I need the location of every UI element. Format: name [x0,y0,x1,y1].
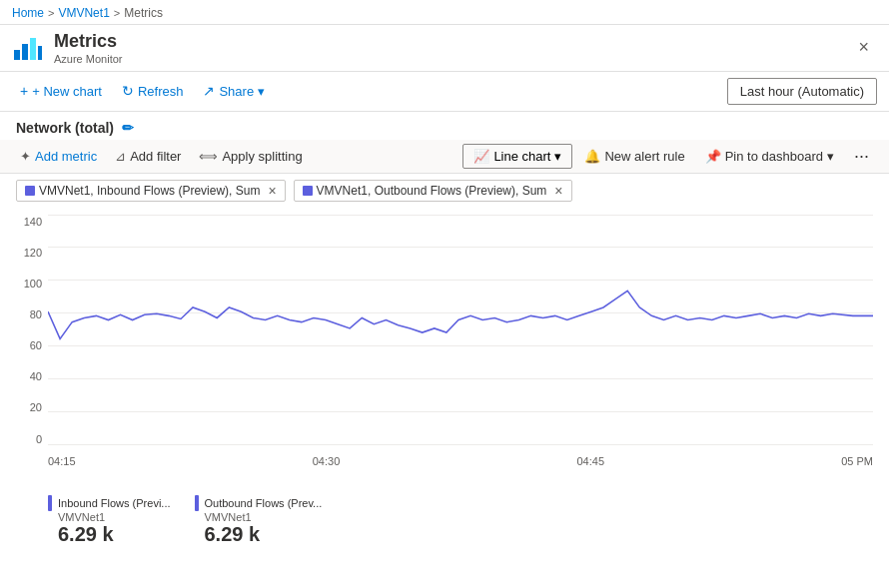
add-metric-icon: ✦ [20,149,31,164]
apply-splitting-label: Apply splitting [222,149,302,164]
add-filter-button[interactable]: ⊿ Add filter [107,144,189,169]
filter-icon: ⊿ [115,149,126,164]
tag-outbound: VMVNet1, Outbound Flows (Preview), Sum × [294,180,572,202]
legend-inbound-label-row: Inbound Flows (Previ... [48,495,171,511]
tag-inbound-color [25,186,35,196]
tag-outbound-color [303,186,313,196]
tags-row: VMVNet1, Inbound Flows (Preview), Sum × … [0,174,889,208]
plus-icon: + [20,83,28,99]
sep2: > [114,7,120,19]
legend-outbound-name: Outbound Flows (Prev... [205,497,323,509]
chart-title: Network (total) [16,120,114,136]
y-label-100: 100 [16,278,46,290]
y-label-80: 80 [16,308,46,320]
share-chevron: ▾ [258,84,265,99]
refresh-label: Refresh [138,84,184,99]
svg-rect-0 [14,50,20,60]
legend-inbound: Inbound Flows (Previ... VMVNet1 6.29 k [48,495,171,546]
add-filter-label: Add filter [130,149,181,164]
header-text: Metrics Azure Monitor [54,31,122,65]
header-left: Metrics Azure Monitor [12,31,122,65]
metric-toolbar-right: 📈 Line chart ▾ 🔔 New alert rule 📌 Pin to… [462,144,877,169]
x-axis: 04:15 04:30 04:45 05 PM [48,455,873,475]
line-chart-button[interactable]: 📈 Line chart ▾ [462,144,572,169]
main-toolbar: + + New chart ↻ Refresh ↗ Share ▾ Last h… [0,72,889,112]
legend-outbound-sublabel: VMVNet1 [195,511,323,523]
chart-line [48,291,873,338]
svg-rect-3 [38,46,42,60]
apply-splitting-button[interactable]: ⟺ Apply splitting [191,144,310,169]
x-label-05pm: 05 PM [841,455,873,475]
alert-icon: 🔔 [584,149,600,164]
pin-chevron: ▾ [827,149,834,164]
legend-inbound-sublabel: VMVNet1 [48,511,171,523]
share-label: Share [219,84,254,99]
sep1: > [48,7,54,19]
breadcrumb-resource[interactable]: VMVNet1 [58,6,109,20]
metrics-icon [12,32,44,64]
close-button[interactable]: × [850,33,877,62]
y-label-0: 0 [16,433,46,445]
page-header: Metrics Azure Monitor × [0,25,889,72]
line-chart-label: Line chart [493,149,550,164]
legend-outbound-label-row: Outbound Flows (Prev... [195,495,323,511]
legend: Inbound Flows (Previ... VMVNet1 6.29 k O… [0,487,889,550]
tag-outbound-text: VMVNet1, Outbound Flows (Preview), Sum [317,184,547,198]
pin-dashboard-label: Pin to dashboard [725,149,823,164]
new-alert-button[interactable]: 🔔 New alert rule [576,144,692,169]
breadcrumb-home[interactable]: Home [12,6,44,20]
pin-icon: 📌 [705,149,721,164]
y-label-140: 140 [16,216,46,228]
y-label-120: 120 [16,247,46,259]
breadcrumb-current: Metrics [124,6,163,20]
y-axis: 0 20 40 60 80 100 120 140 [16,216,46,445]
x-label-0445: 04:45 [576,455,604,475]
share-button[interactable]: ↗ Share ▾ [195,79,273,103]
tag-inbound-close[interactable]: × [264,184,276,198]
new-chart-button[interactable]: + + New chart [12,79,110,103]
tag-inbound: VMVNet1, Inbound Flows (Preview), Sum × [16,180,286,202]
line-chart-icon: 📈 [473,149,489,164]
x-label-0430: 04:30 [313,455,341,475]
x-label-0415: 04:15 [48,455,76,475]
add-metric-label: Add metric [35,149,97,164]
chart-area: 0 20 40 60 80 100 120 140 [0,208,889,487]
legend-outbound: Outbound Flows (Prev... VMVNet1 6.29 k [195,495,323,546]
legend-outbound-color [195,495,199,511]
more-options-button[interactable]: ··· [846,144,877,169]
svg-rect-2 [30,38,36,60]
chart-svg [48,216,873,445]
pin-dashboard-button[interactable]: 📌 Pin to dashboard ▾ [697,144,842,169]
y-label-20: 20 [16,401,46,413]
chart-container: 0 20 40 60 80 100 120 140 [16,216,873,475]
legend-inbound-value: 6.29 k [48,523,171,546]
page-subtitle: Azure Monitor [54,53,122,65]
chart-inner [48,216,873,445]
legend-inbound-name: Inbound Flows (Previ... [58,497,171,509]
tag-inbound-text: VMVNet1, Inbound Flows (Preview), Sum [39,184,260,198]
y-label-40: 40 [16,370,46,382]
breadcrumb-bar: Home > VMVNet1 > Metrics [0,0,889,25]
refresh-button[interactable]: ↻ Refresh [114,79,192,103]
line-chart-chevron: ▾ [554,149,561,164]
refresh-icon: ↻ [122,83,134,99]
breadcrumb: Home > VMVNet1 > Metrics [12,6,163,20]
time-range-button[interactable]: Last hour (Automatic) [727,78,877,105]
new-alert-label: New alert rule [604,149,684,164]
legend-inbound-color [48,495,52,511]
metric-toolbar: ✦ Add metric ⊿ Add filter ⟺ Apply splitt… [0,140,889,174]
svg-rect-1 [22,44,28,60]
tag-outbound-close[interactable]: × [550,184,562,198]
share-icon: ↗ [203,83,215,99]
legend-outbound-value: 6.29 k [195,523,323,546]
page-title: Metrics [54,31,122,53]
y-label-60: 60 [16,339,46,351]
add-metric-button[interactable]: ✦ Add metric [12,144,105,169]
chart-title-bar: Network (total) ✏ [0,112,889,140]
new-chart-label: + New chart [32,84,102,99]
edit-title-icon[interactable]: ✏ [122,120,134,136]
split-icon: ⟺ [199,149,218,164]
